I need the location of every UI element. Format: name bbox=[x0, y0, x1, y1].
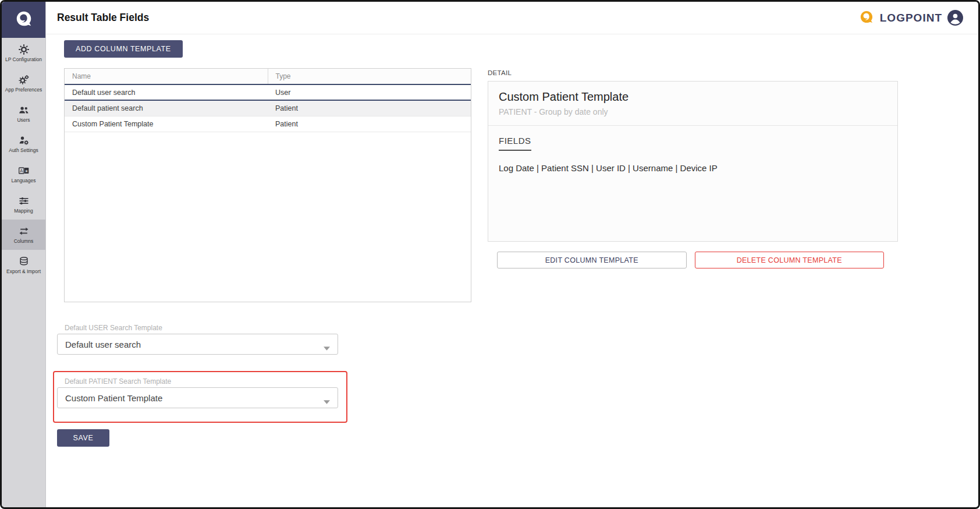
detail-header: Custom Patient Template PATIENT - Group … bbox=[488, 82, 897, 126]
svg-text:★: ★ bbox=[24, 168, 28, 172]
sidebar-item-mapping[interactable]: Mapping bbox=[2, 189, 45, 220]
detail-title: Custom Patient Template bbox=[499, 90, 887, 104]
default-patient-template-label: Default PATIENT Search Template bbox=[65, 377, 171, 386]
edit-column-template-button[interactable]: EDIT COLUMN TEMPLATE bbox=[497, 252, 687, 268]
app-window: LP Configuration App Preferences Users A… bbox=[0, 0, 980, 509]
sidebar-nav: LP Configuration App Preferences Users A… bbox=[2, 38, 45, 280]
logpoint-logo-icon bbox=[14, 9, 34, 31]
sidebar-item-label: Mapping bbox=[14, 208, 33, 214]
table-header-row: Name Type bbox=[65, 69, 471, 84]
detail-card: Custom Patient Template PATIENT - Group … bbox=[488, 81, 898, 242]
gears-icon bbox=[18, 74, 30, 86]
default-user-template-label: Default USER Search Template bbox=[65, 324, 162, 332]
cell-type: User bbox=[268, 84, 471, 100]
sidebar-item-columns[interactable]: Columns bbox=[2, 220, 45, 250]
swap-arrows-icon bbox=[18, 225, 30, 237]
cell-name: Custom Patient Template bbox=[65, 116, 268, 132]
select-value: Default user search bbox=[65, 340, 141, 349]
sidebar-item-label: App Preferences bbox=[5, 87, 42, 93]
table-row[interactable]: Custom Patient Template Patient bbox=[65, 116, 471, 132]
delete-column-template-button[interactable]: DELETE COLUMN TEMPLATE bbox=[695, 252, 885, 268]
default-patient-template-select[interactable]: Custom Patient Template bbox=[57, 387, 338, 408]
sidebar-item-app-preferences[interactable]: App Preferences bbox=[2, 68, 45, 98]
table-row[interactable]: Default patient search Patient bbox=[65, 100, 471, 116]
users-icon bbox=[18, 104, 30, 116]
main-content: ADD COLUMN TEMPLATE Name Type Default us… bbox=[46, 34, 978, 507]
sidebar-item-label: LP Configuration bbox=[5, 57, 42, 62]
svg-text:A: A bbox=[20, 168, 23, 174]
translate-icon: A★ bbox=[18, 165, 30, 176]
user-gear-icon bbox=[18, 135, 30, 146]
chevron-down-icon bbox=[324, 342, 330, 347]
page-title: Result Table Fields bbox=[57, 12, 149, 24]
cell-type: Patient bbox=[268, 116, 471, 132]
column-header-type: Type bbox=[268, 69, 471, 84]
sidebar-item-label: Users bbox=[17, 118, 30, 123]
gear-icon bbox=[18, 44, 30, 55]
sidebar-item-export-import[interactable]: Export & Import bbox=[2, 250, 45, 280]
user-avatar-icon[interactable] bbox=[947, 10, 963, 26]
logpoint-logo bbox=[2, 2, 45, 38]
sidebar-item-label: Columns bbox=[14, 239, 34, 244]
sidebar-item-users[interactable]: Users bbox=[2, 98, 45, 129]
column-templates-table: Name Type Default user search User Defau… bbox=[64, 68, 471, 302]
topbar: Result Table Fields LOGPOINT bbox=[46, 2, 978, 34]
sidebar: LP Configuration App Preferences Users A… bbox=[2, 2, 46, 507]
cell-type: Patient bbox=[268, 100, 471, 116]
save-button[interactable]: SAVE bbox=[57, 429, 109, 447]
add-column-template-button[interactable]: ADD COLUMN TEMPLATE bbox=[64, 40, 183, 58]
fields-heading: FIELDS bbox=[499, 136, 531, 151]
detail-body: FIELDS Log Date | Patient SSN | User ID … bbox=[488, 126, 897, 183]
chevron-down-icon bbox=[324, 396, 330, 400]
sidebar-item-auth-settings[interactable]: Auth Settings bbox=[2, 129, 45, 159]
sliders-icon bbox=[18, 195, 30, 207]
sidebar-item-label: Export & Import bbox=[6, 269, 41, 274]
select-value: Custom Patient Template bbox=[65, 393, 162, 403]
detail-section-label: DETAIL bbox=[488, 69, 512, 76]
detail-subtitle: PATIENT - Group by date only bbox=[499, 107, 887, 116]
detail-actions: EDIT COLUMN TEMPLATE DELETE COLUMN TEMPL… bbox=[497, 252, 884, 268]
brand-area: LOGPOINT bbox=[858, 9, 963, 27]
sidebar-item-label: Languages bbox=[11, 178, 35, 183]
sidebar-item-languages[interactable]: A★ Languages bbox=[2, 159, 45, 189]
logpoint-brand-icon bbox=[858, 9, 875, 27]
default-user-template-select[interactable]: Default user search bbox=[57, 334, 338, 355]
sidebar-item-label: Auth Settings bbox=[9, 148, 38, 153]
table-row[interactable]: Default user search User bbox=[65, 84, 471, 100]
column-header-name: Name bbox=[65, 69, 268, 84]
sidebar-item-lp-configuration[interactable]: LP Configuration bbox=[2, 38, 45, 68]
cell-name: Default user search bbox=[65, 84, 268, 100]
brand-text: LOGPOINT bbox=[880, 12, 942, 24]
database-icon bbox=[18, 256, 30, 267]
cell-name: Default patient search bbox=[65, 100, 268, 116]
fields-list: Log Date | Patient SSN | User ID | Usern… bbox=[499, 163, 887, 173]
